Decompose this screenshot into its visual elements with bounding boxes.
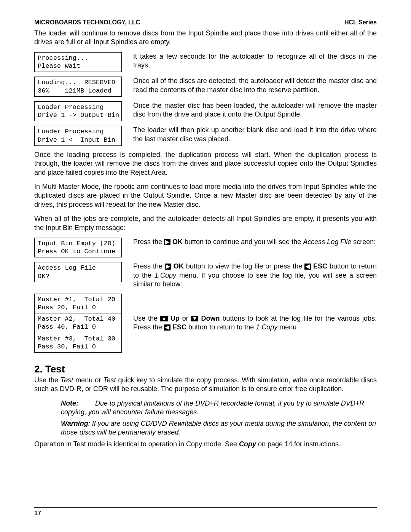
esc-button-icon: ◀ <box>304 264 311 269</box>
step-row-access-log: Access Log File OK? Press the ▶ OK butto… <box>34 262 377 289</box>
bold-italic-copy: Copy <box>239 440 256 448</box>
paragraph-multi-master: In Multi Master Mode, the robotic arm co… <box>34 182 377 209</box>
text-fragment: button to continue and you will see the <box>183 238 303 246</box>
step-row-processing: Processing... Please Wait It takes a few… <box>34 52 377 72</box>
desc-loading: Once all of the discs are detected, the … <box>133 77 377 94</box>
warning-block: Warning: If you are using CD/DVD Rewrita… <box>61 419 377 437</box>
lcd-access-log: Access Log File OK? <box>34 262 122 282</box>
page-number: 17 <box>34 510 41 516</box>
esc-button-icon: ◀ <box>164 324 170 330</box>
step-row-input: Loader Processing Drive 1 <- Input Bin T… <box>34 126 377 146</box>
lcd-loading: Loading... RESERVED 36% 121MB Loaded <box>34 77 122 97</box>
header-right: HCL Series <box>344 19 377 26</box>
note-label: Note: <box>61 399 95 408</box>
desc-bin-empty: Press the ▶ OK button to continue and yo… <box>133 238 377 246</box>
up-button-icon: ▲ <box>160 316 168 321</box>
note-body: Due to physical limitations of the DVD+R… <box>61 399 364 416</box>
section-heading-test: 2. Test <box>34 363 377 375</box>
italic-copy-menu: 1.Copy <box>155 272 176 279</box>
text-fragment: Press the <box>133 262 165 270</box>
text-fragment: menu or <box>73 376 103 384</box>
paragraph-loading-complete: Once the loading process is completed, t… <box>34 150 377 177</box>
test-paragraph-2: Operation in Test mode is identical to o… <box>34 440 377 449</box>
step-row-log-entries: Master #1, Total 20 Pass 20, Fail 0 Mast… <box>34 294 377 353</box>
text-fragment: screen: <box>351 238 376 246</box>
desc-output: Once the master disc has been loaded, th… <box>133 101 377 119</box>
ok-label: OK <box>174 262 184 270</box>
warning-label: Warning <box>61 419 88 428</box>
up-label: Up <box>170 315 180 322</box>
lcd-input: Loader Processing Drive 1 <- Input Bin <box>34 126 122 146</box>
italic-test: Test <box>61 376 73 384</box>
document-page: MICROBOARDS TECHNOLOGY, LLC HCL Series T… <box>0 0 411 532</box>
text-fragment: or <box>180 315 191 322</box>
intro-paragraph: The loader will continue to remove discs… <box>34 29 377 47</box>
paragraph-jobs-complete: When all of the jobs are complete, and t… <box>34 214 377 232</box>
text-fragment: Press the <box>133 238 164 246</box>
page-footer: 17 <box>34 507 377 517</box>
down-button-icon: ▼ <box>191 316 199 321</box>
desc-access-log: Press the ▶ OK button to view the log fi… <box>133 262 377 289</box>
lcd-log-3: Master #3, Total 30 Pass 30, Fail 0 <box>34 333 122 353</box>
lcd-bin-empty: Input Bin Empty (20) Press OK to Continu… <box>34 238 122 258</box>
text-fragment: button to view the log file or press the <box>184 262 304 270</box>
esc-label: ESC <box>172 323 186 331</box>
header-left: MICROBOARDS TECHNOLOGY, LLC <box>34 19 140 26</box>
ok-label: OK <box>172 238 183 246</box>
step-row-loading: Loading... RESERVED 36% 121MB Loaded Onc… <box>34 77 377 97</box>
esc-label: ESC <box>313 262 327 270</box>
italic-access-log: Access Log File <box>303 238 351 246</box>
italic-test: Test <box>103 376 116 384</box>
text-fragment: on page 14 for instructions. <box>256 440 341 448</box>
lcd-log-1: Master #1, Total 20 Pass 20, Fail 0 <box>34 294 122 314</box>
text-fragment: Use the <box>34 376 61 384</box>
desc-log-entries: Use the ▲ Up or ▼ Down buttons to look a… <box>133 314 377 332</box>
lcd-log-2: Master #2, Total 40 Pass 40, Fail 0 <box>34 313 122 333</box>
warning-body: : If you are using CD/DVD Rewritable dis… <box>61 420 376 436</box>
test-paragraph-1: Use the Test menu or Test quick key to s… <box>34 376 377 394</box>
lcd-processing: Processing... Please Wait <box>34 52 122 72</box>
desc-input: The loader will then pick up another bla… <box>133 126 377 144</box>
text-fragment: Operation in Test mode is identical to o… <box>34 440 239 448</box>
step-row-output: Loader Processing Drive 1 -> Output Bin … <box>34 101 377 121</box>
italic-copy-menu: 1.Copy <box>256 323 277 331</box>
lcd-log-stack: Master #1, Total 20 Pass 20, Fail 0 Mast… <box>34 294 122 353</box>
step-row-bin-empty: Input Bin Empty (20) Press OK to Continu… <box>34 238 377 258</box>
down-label: Down <box>201 315 220 322</box>
ok-button-icon: ▶ <box>165 264 171 269</box>
text-fragment: button to return to the <box>186 323 256 331</box>
note-block: Note:Due to physical limitations of the … <box>61 399 377 417</box>
text-fragment: Use the <box>133 315 160 322</box>
text-fragment: menu <box>277 323 296 331</box>
desc-processing: It takes a few seconds for the autoloade… <box>133 52 377 70</box>
ok-button-icon: ▶ <box>164 239 170 245</box>
page-header: MICROBOARDS TECHNOLOGY, LLC HCL Series <box>34 19 377 26</box>
lcd-output: Loader Processing Drive 1 -> Output Bin <box>34 101 122 121</box>
